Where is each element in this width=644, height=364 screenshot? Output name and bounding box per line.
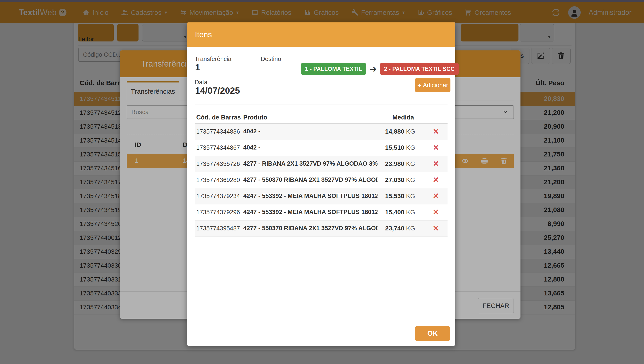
ok-button[interactable]: OK [415,326,450,341]
medida-cell: 15,530 KG [385,193,415,200]
remove-item-icon[interactable]: × [433,158,438,169]
col-medida-header: Medida [392,114,414,121]
destino-label: Destino [261,56,281,63]
produto-cell: 4042 - [243,128,378,135]
barcode-cell: 1735774379234 [196,193,240,200]
arrow-right-icon: ➜ [369,65,377,74]
medida-cell: 23,980 KG [385,160,415,167]
medida-cell: 23,740 KG [385,225,415,232]
produto-cell: 4277 - 550370 RIBANA 2X1 3527VD 97% ALGO… [243,176,378,183]
produto-cell: 4277 - 550370 RIBANA 2X1 3527VD 97% ALGO… [243,225,378,232]
item-row[interactable]: 1735774379296 4247 - 553392 - MEIA MALHA… [195,205,448,221]
item-row[interactable]: 1735774395487 4277 - 550370 RIBANA 2X1 3… [195,221,448,237]
item-row[interactable]: 1735774369280 4277 - 550370 RIBANA 2X1 3… [195,172,448,188]
medida-cell: 15,510 KG [385,144,415,151]
item-row[interactable]: 1735774355726 4277 - RIBANA 2X1 3527VD 9… [195,156,448,172]
medida-cell: 14,880 KG [385,128,415,135]
item-row[interactable]: 1735774344867 4042 - 15,510 KG × [195,140,448,156]
itens-modal-header: Itens [187,23,455,47]
col-produto-header: Produto [243,114,267,121]
transferencia-value: 1 [195,62,200,72]
produto-cell: 4277 - RIBANA 2X1 3527VD 97% ALGODAO 3% … [243,160,378,167]
data-value: 14/07/2025 [195,86,240,96]
barcode-cell: 1735774395487 [196,225,240,232]
produto-cell: 4247 - 553392 - MEIA MALHA SOFTPLUS 1801… [243,193,378,200]
itens-modal: Itens Transferência 1 Destino 1 - PALLOM… [187,23,455,346]
transfer-route: 1 - PALLOMA TEXTIL ➜ 2 - PALLOMA TEXTIL … [301,63,459,75]
produto-cell: 4042 - [243,144,378,151]
remove-item-icon[interactable]: × [433,125,438,137]
divider [195,104,448,104]
itens-table-header: Cód. de Barras Produto Medida [195,112,448,124]
barcode-cell: 1735774344836 [196,128,240,135]
top-strip [0,0,644,2]
plus-icon: + [417,81,422,89]
medida-cell: 27,030 KG [385,176,415,184]
produto-cell: 4247 - 553392 - MEIA MALHA SOFTPLUS 1801… [243,209,378,216]
itens-table-body: 1735774344836 4042 - 14,880 KG × 1735774… [195,124,448,237]
modal-footer-divider [187,319,455,319]
barcode-cell: 1735774355726 [196,160,240,167]
transferencia-label: Transferência [195,56,231,63]
origin-badge: 1 - PALLOMA TEXTIL [301,63,366,75]
item-row[interactable]: 1735774379234 4247 - 553392 - MEIA MALHA… [195,188,448,205]
ok-button-label: OK [428,329,438,337]
adicionar-button[interactable]: + Adicionar [415,78,450,92]
destination-badge: 2 - PALLOMA TEXTIL SCC [380,63,459,75]
col-barcode-header: Cód. de Barras [196,114,241,121]
item-row[interactable]: 1735774344836 4042 - 14,880 KG × [195,124,448,140]
barcode-cell: 1735774379296 [196,209,240,216]
barcode-cell: 1735774369280 [196,177,240,184]
remove-item-icon[interactable]: × [433,222,438,234]
itens-modal-title: Itens [195,30,212,39]
barcode-cell: 1735774344867 [196,144,240,151]
remove-item-icon[interactable]: × [433,190,438,202]
remove-item-icon[interactable]: × [433,206,438,218]
medida-cell: 15,400 KG [385,209,415,216]
remove-item-icon[interactable]: × [433,142,438,153]
data-label: Data [195,79,208,86]
remove-item-icon[interactable]: × [433,174,438,186]
adicionar-button-label: Adicionar [423,82,448,89]
